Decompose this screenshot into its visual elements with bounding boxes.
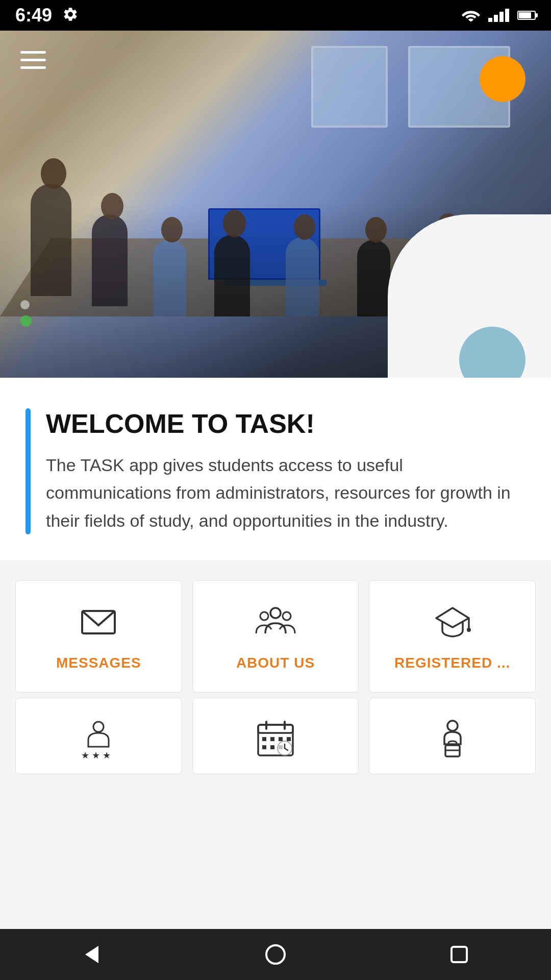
menu-grid-row2: ★ ★ ★ xyxy=(0,698,551,795)
svg-text:★ ★ ★: ★ ★ ★ xyxy=(81,750,111,760)
menu-card-ratings[interactable]: ★ ★ ★ xyxy=(15,698,182,774)
group-icon xyxy=(255,602,296,645)
menu-card-messages[interactable]: MESSAGES xyxy=(15,580,182,693)
blue-accent-bar xyxy=(26,408,31,534)
about-us-label: ABOUT US xyxy=(236,655,315,671)
carousel-dots xyxy=(20,300,32,327)
svg-rect-16 xyxy=(287,737,291,741)
gear-icon xyxy=(62,6,79,24)
hero-section: 718 COLLEGES 7,00,896 TRAINED 14,683 FAC… xyxy=(0,31,551,378)
welcome-description: The TASK app gives students access to us… xyxy=(46,451,525,534)
status-icons xyxy=(462,7,536,23)
recents-button[interactable] xyxy=(439,934,480,975)
menu-card-calendar[interactable] xyxy=(192,698,359,774)
carousel-dot-active[interactable] xyxy=(20,315,32,327)
svg-rect-18 xyxy=(270,745,274,749)
svg-point-3 xyxy=(283,612,291,620)
svg-rect-17 xyxy=(262,745,266,749)
svg-point-1 xyxy=(270,608,281,618)
status-bar: 6:49 xyxy=(0,0,551,31)
svg-point-23 xyxy=(447,721,458,731)
svg-rect-14 xyxy=(270,737,274,741)
envelope-icon xyxy=(78,602,119,645)
menu-card-registered[interactable]: REGISTERED ... xyxy=(369,580,536,693)
back-button[interactable] xyxy=(71,934,112,975)
svg-point-2 xyxy=(260,612,268,620)
welcome-title: WELCOME TO TASK! xyxy=(46,408,525,439)
wifi-icon xyxy=(462,7,480,23)
person-briefcase-icon xyxy=(432,719,473,762)
orange-decoration xyxy=(480,56,525,102)
menu-grid-row1: MESSAGES ABOUT US xyxy=(0,560,551,698)
svg-rect-15 xyxy=(279,737,283,741)
svg-marker-26 xyxy=(85,946,98,963)
battery-icon xyxy=(517,11,536,20)
home-button[interactable] xyxy=(255,934,296,975)
svg-point-7 xyxy=(93,722,104,732)
star-person-icon: ★ ★ ★ xyxy=(78,719,119,762)
svg-point-27 xyxy=(266,945,285,964)
svg-rect-10 xyxy=(258,725,293,733)
menu-card-briefcase[interactable] xyxy=(369,698,536,774)
registered-label: REGISTERED ... xyxy=(394,655,510,671)
carousel-dot[interactable] xyxy=(20,300,30,309)
messages-label: MESSAGES xyxy=(56,655,141,671)
status-time: 6:49 xyxy=(15,5,52,26)
signal-icon xyxy=(488,9,509,22)
graduation-icon xyxy=(432,602,473,645)
nav-bar xyxy=(0,929,551,980)
calendar-clock-icon xyxy=(255,719,296,762)
hamburger-menu[interactable] xyxy=(20,51,46,69)
menu-card-about-us[interactable]: ABOUT US xyxy=(192,580,359,693)
svg-point-6 xyxy=(467,628,471,632)
svg-rect-13 xyxy=(262,737,266,741)
welcome-section: WELCOME TO TASK! The TASK app gives stud… xyxy=(0,378,551,560)
svg-marker-4 xyxy=(436,608,469,627)
svg-rect-28 xyxy=(452,947,467,962)
